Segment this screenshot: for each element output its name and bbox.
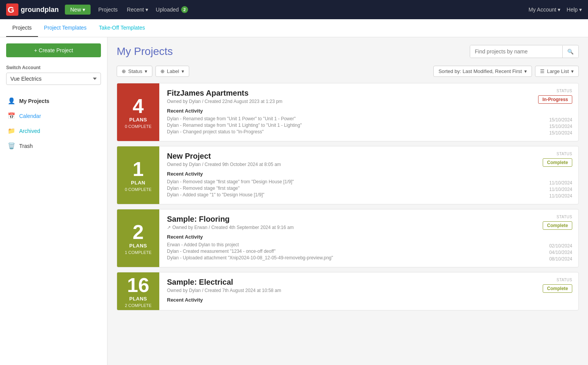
search-input[interactable] — [470, 45, 562, 58]
project-status-col: STATUS Complete — [517, 272, 578, 310]
view-button[interactable]: ☰ Large List ▾ — [535, 66, 579, 77]
project-list: 4 PLANS 0 COMPLETE FitzJames Apartments … — [117, 83, 579, 310]
plan-count: 16 — [127, 275, 149, 295]
sidebar-item-archived[interactable]: 📁 Archived — [6, 124, 101, 138]
create-project-button[interactable]: + Create Project — [6, 43, 101, 57]
project-info: Sample: Flooring ↗Owned by Erwan / Creat… — [159, 209, 517, 267]
uploaded-count-badge: 2 — [181, 6, 188, 13]
account-select[interactable]: Vue Electrics — [6, 73, 101, 85]
activity-date: 11/10/2024 — [549, 193, 572, 199]
project-meta: ↗Owned by Erwan / Created 4th September … — [167, 225, 509, 230]
sidebar-label-my-projects: My Projects — [19, 98, 50, 104]
page-title: My Projects — [117, 45, 173, 58]
plan-count: 4 — [133, 96, 144, 116]
search-box: 🔍 — [470, 45, 579, 58]
filters-left: ⊕ Status ▾ ⊕ Label ▾ — [117, 66, 189, 77]
calendar-icon: 📅 — [8, 112, 15, 119]
project-card-sample-flooring[interactable]: 2 PLANS 1 COMPLETE Sample: Flooring ↗Own… — [117, 209, 579, 267]
new-button[interactable]: New ▾ — [65, 5, 91, 15]
recent-activity-label: Recent Activity — [167, 108, 509, 114]
project-card-new-project[interactable]: 1 PLAN 0 COMPLETE New Project Owned by D… — [117, 146, 579, 204]
svg-text:G: G — [8, 5, 14, 15]
page-header: My Projects 🔍 — [117, 45, 579, 58]
tab-project-templates[interactable]: Project Templates — [38, 19, 93, 37]
dropdown-arrow-icon: ▾ — [83, 7, 85, 13]
project-card-sample-electrical[interactable]: 16 PLANS 2 COMPLETE Sample: Electrical O… — [117, 272, 579, 310]
share-icon: ↗ — [167, 225, 171, 230]
logo[interactable]: G groundplan — [6, 3, 59, 16]
list-icon: ☰ — [540, 68, 545, 74]
activity-dates: 11/10/2024 11/10/2024 11/10/2024 — [549, 180, 572, 199]
label-filter-icon: ⊕ — [160, 68, 165, 74]
plan-complete: 0 COMPLETE — [125, 124, 152, 129]
project-meta: Owned by Dylan / Created 22nd August 202… — [167, 99, 509, 104]
activity-item: Dylan - Added stage "1" to "Design House… — [167, 192, 509, 197]
trash-icon: 🗑️ — [8, 142, 15, 149]
project-info: New Project Owned by Dylan / Created 9th… — [159, 146, 517, 204]
status-badge[interactable]: In-Progress — [538, 95, 572, 104]
filters-bar: ⊕ Status ▾ ⊕ Label ▾ Sorted by: Last Mod… — [117, 66, 579, 77]
sidebar-label-calendar: Calendar — [19, 113, 41, 119]
switch-account-label: Switch Account — [6, 65, 101, 70]
sidebar-item-trash[interactable]: 🗑️ Trash — [6, 139, 101, 153]
project-name[interactable]: Sample: Electrical — [167, 278, 509, 287]
status-badge[interactable]: Complete — [543, 284, 572, 293]
plan-count: 2 — [133, 222, 144, 242]
status-filter-button[interactable]: ⊕ Status ▾ — [117, 66, 152, 77]
plan-unit: PLANS — [129, 117, 147, 123]
account-arrow-icon: ▾ — [558, 7, 560, 13]
plan-badge: 2 PLANS 1 COMPLETE — [117, 209, 159, 267]
activity-item: Dylan - Removed stage "first stage" from… — [167, 179, 509, 184]
label-arrow-icon: ▾ — [182, 68, 184, 74]
filter-plus-icon: ⊕ — [122, 68, 126, 74]
sort-button[interactable]: Sorted by: Last Modified, Recent First ▾ — [433, 66, 532, 77]
activity-item: Dylan - Renamed stage from "Unit 1 Power… — [167, 116, 509, 121]
status-label: STATUS — [557, 215, 572, 219]
project-name[interactable]: New Project — [167, 152, 509, 161]
activity-date: 15/10/2024 — [549, 130, 572, 136]
help-arrow-icon: ▾ — [579, 7, 582, 13]
activity-dates: 15/10/2024 15/10/2024 15/10/2024 — [549, 117, 572, 136]
help-link[interactable]: Help ▾ — [567, 7, 582, 13]
recent-activity-label: Recent Activity — [167, 234, 509, 240]
sidebar-item-calendar[interactable]: 📅 Calendar — [6, 109, 101, 123]
my-account-link[interactable]: My Account ▾ — [529, 7, 560, 13]
project-name[interactable]: FitzJames Apartments — [167, 89, 509, 98]
uploaded-nav-link[interactable]: Uploaded 2 — [153, 6, 191, 13]
activity-item: Dylan - Created measurement "1234 - once… — [167, 249, 509, 254]
search-button[interactable]: 🔍 — [562, 46, 578, 58]
status-badge[interactable]: Complete — [543, 221, 572, 230]
tab-takeoff-templates[interactable]: Take-Off Templates — [93, 19, 151, 37]
recent-nav-link[interactable]: Recent ▾ — [122, 7, 153, 13]
search-icon: 🔍 — [567, 49, 574, 55]
project-card-fitzjames[interactable]: 4 PLANS 0 COMPLETE FitzJames Apartments … — [117, 83, 579, 141]
label-filter-button[interactable]: ⊕ Label ▾ — [155, 66, 189, 77]
activity-date: 02/10/2024 — [549, 243, 572, 249]
status-label: STATUS — [557, 152, 572, 156]
activity-item: Dylan - Renamed stage from "Unit 1 Light… — [167, 123, 509, 128]
projects-nav-link[interactable]: Projects — [94, 7, 122, 13]
plan-badge: 4 PLANS 0 COMPLETE — [117, 83, 159, 141]
sub-nav: Projects Project Templates Take-Off Temp… — [0, 19, 588, 37]
sidebar-label-trash: Trash — [19, 143, 33, 149]
archive-icon: 📁 — [8, 127, 15, 134]
sort-arrow-icon: ▾ — [524, 68, 527, 74]
status-badge[interactable]: Complete — [543, 158, 572, 167]
sidebar-label-archived: Archived — [19, 128, 40, 134]
status-arrow-icon: ▾ — [145, 68, 147, 74]
project-status-col: STATUS Complete 11/10/2024 11/10/2024 11… — [517, 146, 578, 204]
tab-projects[interactable]: Projects — [6, 19, 38, 37]
recent-activity-label: Recent Activity — [167, 297, 509, 303]
project-status-col: STATUS Complete 02/10/2024 04/10/2024 08… — [517, 209, 578, 267]
status-label: STATUS — [557, 278, 572, 282]
user-icon: 👤 — [8, 97, 15, 105]
recent-arrow-icon: ▾ — [145, 7, 148, 13]
plan-complete: 0 COMPLETE — [125, 187, 152, 192]
sidebar-item-my-projects[interactable]: 👤 My Projects — [6, 94, 101, 108]
project-status-col: STATUS In-Progress 15/10/2024 15/10/2024… — [517, 83, 578, 141]
plan-count: 1 — [133, 159, 144, 179]
project-name[interactable]: Sample: Flooring — [167, 215, 509, 224]
plan-complete: 2 COMPLETE — [125, 303, 152, 308]
status-label: STATUS — [557, 89, 572, 93]
view-arrow-icon: ▾ — [571, 68, 574, 74]
